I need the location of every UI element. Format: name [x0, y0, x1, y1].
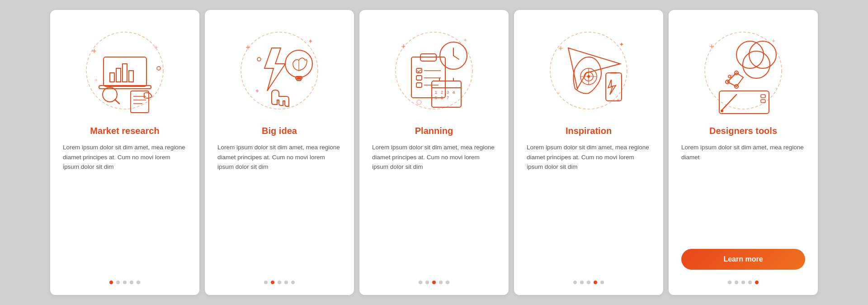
svg-point-52	[417, 100, 421, 105]
svg-point-26	[257, 57, 261, 61]
dot-1[interactable]	[728, 281, 731, 284]
dot-3[interactable]	[741, 281, 745, 284]
dot-2[interactable]	[271, 281, 274, 284]
dot-2[interactable]	[580, 281, 584, 284]
card-big-idea-title: Big idea	[262, 126, 297, 136]
svg-text:+: +	[245, 43, 250, 52]
svg-rect-4	[116, 68, 121, 82]
svg-text:+: +	[709, 42, 714, 51]
svg-text:6: 6	[441, 95, 443, 100]
dot-2[interactable]	[735, 281, 738, 284]
svg-rect-78	[761, 95, 765, 98]
svg-point-77	[721, 110, 723, 112]
cards-container: + + + Market research Lorem ipsum dolor …	[41, 1, 827, 304]
svg-point-15	[157, 67, 160, 70]
svg-point-70	[749, 41, 776, 68]
svg-text:4: 4	[453, 90, 455, 95]
dot-3[interactable]	[278, 281, 281, 284]
dot-5[interactable]	[446, 281, 449, 284]
svg-text:✦: ✦	[308, 38, 313, 45]
svg-rect-9	[131, 91, 149, 113]
svg-text:1: 1	[435, 90, 437, 95]
card-big-idea-body: Lorem ipsum dolor sit dim amet, mea regi…	[217, 143, 341, 273]
svg-marker-63	[608, 80, 616, 95]
card-market-research-title: Market research	[90, 126, 159, 136]
card-designers-tools-body: Lorem ipsum dolor sit dim amet, mea regi…	[681, 143, 805, 244]
svg-text:✦: ✦	[255, 87, 260, 95]
card-planning-body: Lorem ipsum dolor sit dim amet, mea regi…	[372, 143, 496, 273]
svg-rect-37	[416, 83, 422, 87]
svg-text:+: +	[154, 43, 158, 51]
svg-text:✦: ✦	[616, 97, 620, 104]
svg-point-71	[743, 51, 770, 78]
svg-text:+: +	[558, 44, 563, 53]
dot-4[interactable]	[594, 281, 597, 284]
dot-3[interactable]	[432, 281, 436, 284]
inspiration-illustration: + ✦ ✦ +	[539, 21, 638, 120]
card-market-research-body: Lorem ipsum dolor sit dim amet, mea regi…	[63, 143, 187, 273]
svg-text:+: +	[311, 85, 314, 90]
dot-3[interactable]	[123, 281, 127, 284]
designers-tools-illustration: + + +	[693, 21, 793, 120]
dot-1[interactable]	[419, 281, 422, 284]
svg-text:3: 3	[447, 90, 449, 95]
card-designers-tools-title: Designers tools	[709, 126, 777, 136]
dot-5[interactable]	[137, 281, 140, 284]
svg-line-8	[115, 100, 119, 104]
card-inspiration-title: Inspiration	[566, 126, 612, 136]
svg-point-69	[736, 41, 764, 68]
svg-text:7: 7	[447, 95, 449, 100]
svg-marker-18	[264, 48, 285, 91]
svg-rect-5	[123, 64, 127, 82]
svg-rect-33	[416, 68, 422, 73]
card-planning: 1 2 3 4 5 6 7 + + Planning Lorem ipsum d…	[359, 10, 509, 295]
card-inspiration-body: Lorem ipsum dolor sit dim amet, mea regi…	[527, 143, 651, 273]
svg-point-17	[241, 32, 318, 109]
learn-more-button[interactable]: Learn more	[681, 249, 805, 270]
dot-1[interactable]	[109, 281, 113, 284]
dot-4[interactable]	[439, 281, 443, 284]
svg-text:+: +	[94, 77, 98, 83]
card-designers-tools: + + + Designers tools Lorem ipsum dolor …	[669, 10, 818, 295]
dot-4[interactable]	[130, 281, 133, 284]
svg-text:+: +	[772, 37, 775, 44]
dot-5[interactable]	[291, 281, 295, 284]
svg-line-55	[586, 64, 620, 73]
svg-text:✦: ✦	[619, 41, 624, 48]
dot-4[interactable]	[748, 281, 752, 284]
dot-3[interactable]	[587, 281, 590, 284]
svg-rect-3	[110, 73, 114, 82]
big-idea-illustration: + ✦ ✦ +	[230, 21, 329, 120]
svg-text:+: +	[557, 91, 560, 95]
svg-rect-6	[129, 71, 133, 82]
market-research-illustration: + + +	[75, 21, 175, 120]
dot-1[interactable]	[264, 281, 268, 284]
svg-text:+: +	[463, 36, 467, 43]
card-inspiration: + ✦ ✦ + Inspiration Lorem ipsum dolor si…	[514, 10, 663, 295]
svg-point-0	[86, 32, 163, 109]
card-planning-title: Planning	[415, 126, 453, 136]
dot-4[interactable]	[284, 281, 288, 284]
card-market-research: + + + Market research Lorem ipsum dolor …	[50, 10, 199, 295]
svg-text:5: 5	[435, 95, 437, 100]
svg-line-30	[453, 56, 459, 59]
card-market-research-dots[interactable]	[109, 281, 140, 284]
dot-2[interactable]	[116, 281, 120, 284]
card-inspiration-dots[interactable]	[573, 281, 604, 284]
card-big-idea: + ✦ ✦ + Big idea Lorem ipsum dolor sit d…	[205, 10, 354, 295]
card-planning-dots[interactable]	[419, 281, 449, 284]
dot-2[interactable]	[425, 281, 429, 284]
dot-5[interactable]	[600, 281, 604, 284]
svg-text:+: +	[775, 86, 778, 91]
dot-1[interactable]	[573, 281, 577, 284]
card-designers-tools-dots[interactable]	[728, 281, 759, 284]
planning-illustration: 1 2 3 4 5 6 7 + +	[384, 21, 484, 120]
svg-text:+: +	[92, 47, 97, 56]
card-big-idea-dots[interactable]	[264, 281, 295, 284]
svg-rect-35	[416, 76, 422, 80]
dot-5[interactable]	[755, 281, 759, 284]
svg-text:+: +	[401, 42, 406, 51]
svg-text:2: 2	[441, 90, 443, 95]
